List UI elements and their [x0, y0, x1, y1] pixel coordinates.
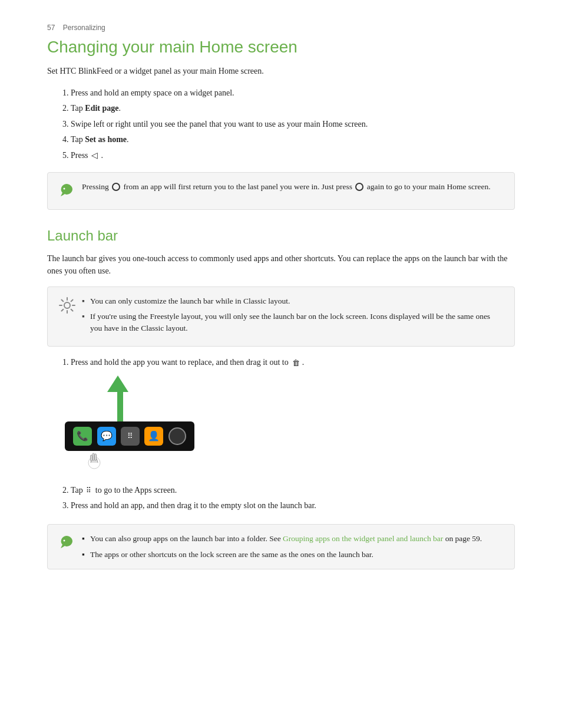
svg-rect-3	[92, 453, 94, 460]
svg-point-6	[64, 540, 65, 542]
section2-steps-2-3: Tap ⠿ to go to the Apps screen. Press an…	[71, 484, 515, 513]
section2-title: Launch bar	[47, 228, 515, 244]
section2-steps: Press and hold the app you want to repla…	[71, 356, 515, 369]
tip-item-1: You can only customize the launch bar wh…	[82, 295, 504, 307]
arrow-up-graphic	[86, 375, 107, 421]
svg-point-0	[64, 187, 65, 189]
step-4: Tap Set as home.	[71, 133, 515, 146]
launch-step-3: Press and hold an app, and then drag it …	[71, 499, 515, 512]
section2-tips-box: You can only customize the launch bar wh…	[47, 286, 515, 347]
launch-bar-visual: 📞 💬 ⠿ 👤	[65, 375, 515, 478]
trash-icon: 🗑	[292, 357, 300, 370]
drag-cursor-icon	[82, 446, 106, 473]
messages-app-icon: 💬	[97, 427, 116, 446]
footer-tips-content: ▪ You can also group apps on the launch …	[82, 533, 482, 561]
apps-grid-inline-icon: ⠿	[86, 485, 92, 496]
tip-content: You can only customize the launch bar wh…	[82, 295, 504, 338]
step-1: Press and hold an empty space on a widge…	[71, 87, 515, 100]
back-arrow-icon: ◁	[91, 149, 98, 162]
section1-note: Pressing from an app will first return y…	[47, 172, 515, 210]
camera-app-icon	[168, 427, 186, 445]
svg-point-1	[64, 302, 70, 308]
step-3: Swipe left or right until you see the pa…	[71, 118, 515, 131]
svg-rect-4	[95, 454, 97, 460]
svg-rect-5	[91, 455, 92, 461]
tip-settings-icon	[58, 297, 76, 317]
grouping-apps-link[interactable]: Grouping apps on the widget panel and la…	[283, 534, 443, 543]
footer-tip-1: ▪ You can also group apps on the launch …	[82, 533, 482, 545]
step-5: Press ◁ .	[71, 149, 515, 163]
home-circle-icon2	[355, 183, 363, 191]
step4-bold: Set as home	[85, 135, 127, 144]
step2-bold: Edit page	[85, 104, 118, 113]
contacts-app-icon: 👤	[144, 427, 163, 446]
home-circle-icon1	[112, 183, 120, 191]
launch-step-2: Tap ⠿ to go to the Apps screen.	[71, 484, 515, 497]
apps-grid-icon: ⠿	[121, 427, 140, 446]
section1-title: Changing your main Home screen	[47, 38, 515, 57]
note-text: Pressing from an app will first return y…	[82, 181, 491, 193]
phone-app-icon: 📞	[73, 427, 92, 446]
page-number: 57 Personalizing	[47, 24, 515, 32]
footer-bird-icon	[58, 534, 75, 553]
note-bird-icon	[58, 182, 75, 201]
section2-intro: The launch bar gives you one-touch acces…	[47, 252, 515, 277]
step-2: Tap Edit page.	[71, 102, 515, 115]
section2-footer-tips: ▪ You can also group apps on the launch …	[47, 524, 515, 569]
launch-step-1: Press and hold the app you want to repla…	[71, 356, 515, 369]
tip-item-2: If you're using the Freestyle layout, yo…	[82, 311, 504, 335]
section1-intro: Set HTC BlinkFeed or a widget panel as y…	[47, 65, 515, 77]
footer-tip-2: ▪ The apps or other shortcuts on the loc…	[82, 549, 482, 561]
section1-steps: Press and hold an empty space on a widge…	[71, 87, 515, 163]
